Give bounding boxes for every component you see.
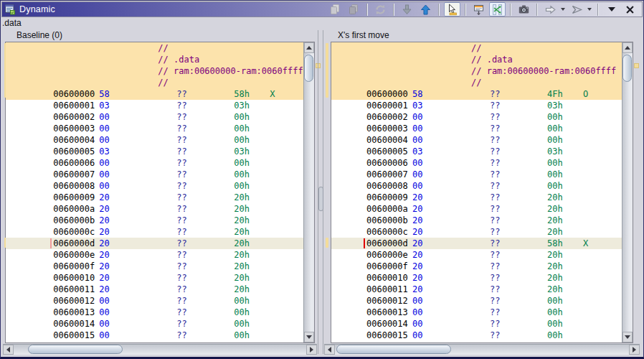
listing-row[interactable]: 0060001500??00h — [6, 330, 303, 341]
listing-row[interactable]: 0060000600??00h — [331, 157, 622, 169]
copy-button[interactable] — [327, 2, 344, 17]
comment-row[interactable]: // — [331, 77, 622, 88]
listing-row[interactable]: 0060000400??00h — [6, 134, 303, 146]
paste-button[interactable] — [346, 2, 362, 17]
listing-row[interactable]: 0060001600??00h — [6, 341, 303, 342]
horizontal-scrollbar[interactable] — [3, 344, 317, 355]
comment-row[interactable]: // ram:00600000-ram:0060ffff — [6, 65, 303, 77]
listing-row[interactable]: 0060000f20??20h — [6, 261, 303, 272]
horizontal-scroll-thumb[interactable] — [28, 345, 123, 354]
comment-row[interactable]: // — [331, 42, 622, 54]
listing-row[interactable]: 0060000503??03h — [6, 146, 303, 157]
scroll-down-button[interactable] — [622, 332, 633, 342]
next-diff-button[interactable] — [417, 2, 434, 17]
listing-row[interactable]: 0060000800??00h — [6, 180, 303, 192]
listing-row[interactable]: 0060000058??58hX — [6, 88, 303, 100]
panel-splitter[interactable] — [317, 30, 324, 354]
listing-row[interactable]: 0060001500??00h — [331, 330, 622, 341]
listing-row[interactable]: 0060000c20??20h — [6, 226, 303, 238]
listing-row[interactable]: 0060000200??00h — [331, 111, 622, 123]
listing-row[interactable]: 0060000d20??58hX — [331, 238, 622, 249]
listing-row[interactable]: 0060001020??20h — [6, 272, 303, 284]
listing-row[interactable]: 0060000300??00h — [6, 123, 303, 134]
listing-row[interactable]: 0060001120??20h — [6, 284, 303, 295]
horizontal-scroll-track[interactable] — [14, 345, 306, 355]
bytes-field: 20 — [99, 238, 176, 249]
scroll-right-button[interactable] — [629, 345, 640, 355]
listing-row[interactable]: 0060000d20??20h — [6, 238, 303, 249]
value-field: 20h — [234, 284, 270, 295]
listing-row[interactable]: 0060000a20??20h — [6, 203, 303, 215]
cursor-highlight-button[interactable] — [444, 2, 460, 17]
listing-row[interactable]: 0060000c20??20h — [331, 226, 622, 238]
vertical-scroll-track[interactable] — [304, 53, 314, 332]
scroll-down-button[interactable] — [304, 332, 314, 342]
listing-row[interactable]: 0060001300??00h — [331, 307, 622, 318]
listing-row[interactable]: 0060000b20??20h — [331, 215, 622, 226]
listing-row[interactable]: 0060001400??00h — [6, 318, 303, 330]
listing-row[interactable]: 0060000e20??20h — [6, 249, 303, 261]
export-dropdown-button[interactable] — [559, 8, 567, 11]
listing-row[interactable]: 0060000300??00h — [331, 123, 622, 134]
listing-row[interactable]: 0060000700??00h — [331, 169, 622, 180]
vertical-scroll-thumb[interactable] — [304, 55, 313, 82]
scroll-right-button[interactable] — [306, 345, 317, 355]
listing-row[interactable]: 0060000400??00h — [331, 134, 622, 146]
listing-row[interactable]: 0060000e20??20h — [331, 249, 622, 261]
listing-row[interactable]: 0060001400??00h — [331, 318, 622, 330]
listing-row[interactable]: 0060001300??00h — [6, 307, 303, 318]
listing-row[interactable]: 0060000200??00h — [6, 111, 303, 123]
listing-row[interactable]: 0060000700??00h — [6, 169, 303, 180]
listing-row[interactable]: 0060001200??00h — [6, 295, 303, 307]
listing-row[interactable]: 0060000103??03h — [331, 100, 622, 111]
scroll-left-button[interactable] — [3, 345, 14, 355]
listing-row[interactable]: 0060001120??20h — [331, 284, 622, 295]
listing-row[interactable]: 0060000b20??20h — [6, 215, 303, 226]
splitter-handle[interactable] — [318, 187, 323, 211]
listing-row[interactable]: 0060000a20??20h — [331, 203, 622, 215]
previous-diff-button[interactable] — [399, 2, 415, 17]
close-button[interactable] — [622, 2, 638, 17]
mnemonic-field: ?? — [176, 284, 234, 295]
vertical-scroll-track[interactable] — [622, 53, 633, 332]
overview-margin[interactable] — [633, 42, 640, 343]
snapshot-button[interactable] — [516, 2, 532, 17]
comment-row[interactable]: // .data — [331, 54, 622, 65]
listing-row[interactable]: 0060000103??03h — [6, 100, 303, 111]
horizontal-scroll-track[interactable] — [335, 345, 629, 355]
scroll-up-button[interactable] — [304, 42, 314, 53]
listing-baseline[interactable]: //// .data// ram:00600000-ram:0060ffff//… — [6, 42, 303, 342]
listing-row[interactable]: 0060000920??20h — [6, 192, 303, 203]
listing-row[interactable]: 0060001200??00h — [331, 295, 622, 307]
listing-row[interactable]: 0060000600??00h — [6, 157, 303, 169]
comment-row[interactable]: // .data — [6, 54, 303, 65]
scroll-up-button[interactable] — [622, 42, 633, 53]
panel-menu-button[interactable] — [603, 2, 620, 17]
vertical-scroll-thumb[interactable] — [622, 55, 632, 82]
titlebar[interactable]: Dynamic — [1, 1, 643, 17]
overview-change-marker[interactable] — [634, 63, 639, 68]
listing-comparison[interactable]: //// .data// ram:00600000-ram:0060ffff//… — [331, 42, 622, 342]
horizontal-scrollbar[interactable] — [324, 344, 640, 355]
listing-row[interactable]: 0060001600??00h — [331, 341, 622, 342]
mnemonic-field: ?? — [176, 134, 234, 146]
compare-diff-button[interactable] — [489, 2, 506, 17]
comment-row[interactable]: // — [6, 77, 303, 88]
export-location-button[interactable] — [542, 2, 559, 17]
navigate-dropdown-button[interactable] — [586, 8, 593, 11]
field-header-button[interactable] — [470, 2, 487, 17]
listing-row[interactable]: 0060000920??20h — [331, 192, 622, 203]
refresh-button[interactable] — [372, 2, 389, 17]
listing-row[interactable]: 0060000f20??20h — [331, 261, 622, 272]
listing-row[interactable]: 0060000800??00h — [331, 180, 622, 192]
listing-row[interactable]: 0060000503??03h — [331, 146, 622, 157]
scroll-left-button[interactable] — [324, 345, 335, 355]
listing-row[interactable]: 0060001020??20h — [331, 272, 622, 284]
comment-row[interactable]: // — [6, 42, 303, 54]
comment-row[interactable]: // ram:00600000-ram:0060ffff — [331, 65, 622, 77]
listing-row[interactable]: 0060000058??4FhO — [331, 88, 622, 100]
navigate-button[interactable] — [569, 2, 585, 17]
horizontal-scroll-thumb[interactable] — [336, 345, 451, 354]
vertical-scrollbar[interactable] — [303, 42, 314, 342]
vertical-scrollbar[interactable] — [622, 42, 633, 342]
